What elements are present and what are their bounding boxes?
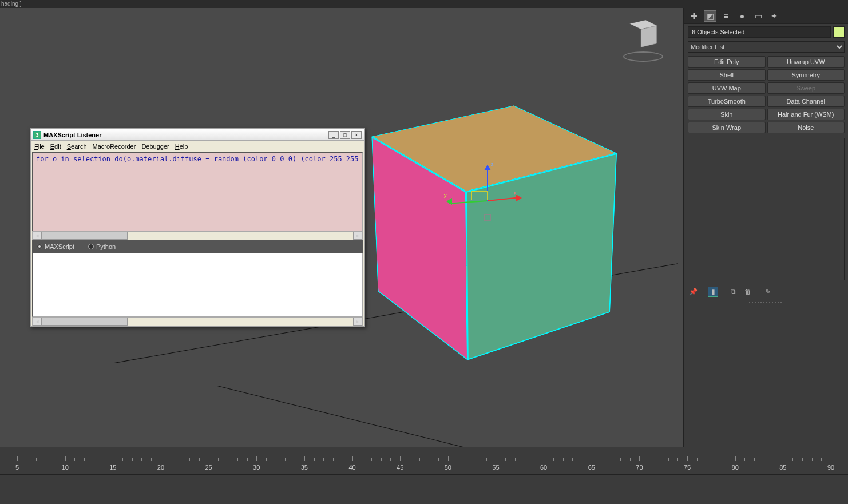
listener-minimize-button[interactable]: _: [328, 131, 339, 139]
remove-modifier-icon[interactable]: 🗑: [743, 287, 753, 297]
modifier-data-channel-button[interactable]: Data Channel: [767, 96, 845, 107]
viewcube[interactable]: [620, 19, 666, 65]
timeline-tick: [74, 458, 75, 461]
tab-motion-icon[interactable]: ●: [736, 10, 748, 22]
scrollbar-thumb[interactable]: [42, 318, 128, 326]
make-unique-icon[interactable]: ⧉: [728, 287, 738, 297]
tab-display-icon[interactable]: ▭: [752, 10, 764, 22]
timeline-ruler[interactable]: 51015202530354045505560657075808590: [0, 450, 848, 475]
show-end-result-icon[interactable]: ▮: [708, 287, 718, 297]
modifier-stack[interactable]: [688, 138, 845, 280]
modifier-shell-button[interactable]: Shell: [688, 69, 766, 81]
timeline-tick: [237, 458, 238, 461]
modifier-uvw-map-button[interactable]: UVW Map: [688, 82, 766, 94]
listener-menu-search[interactable]: Search: [67, 143, 87, 150]
object-color-swatch[interactable]: [833, 26, 845, 38]
timeline-tick: [438, 458, 439, 461]
timeline-tick: [65, 456, 66, 461]
modifier-list-dropdown[interactable]: Modifier List: [688, 41, 845, 53]
timeline-tick: [400, 456, 401, 461]
scrollbar-right-arrow[interactable]: ►: [353, 232, 362, 240]
modifier-turbosmooth-button[interactable]: TurboSmooth: [688, 96, 766, 107]
gizmo-arrow-x[interactable]: [516, 195, 522, 201]
panel-drag-handle[interactable]: [684, 300, 848, 305]
maxscript-listener-window[interactable]: 3 MAXScript Listener _ □ × File Edit Sea…: [30, 128, 365, 327]
listener-menu-file[interactable]: File: [34, 143, 45, 150]
timeline-tick: [649, 458, 649, 461]
timeline-tick: [314, 458, 315, 461]
timeline-tick: [744, 458, 745, 461]
timeline-tick: [46, 458, 46, 461]
listener-lang-python[interactable]: Python: [88, 243, 116, 250]
timeline-tick: [352, 456, 353, 461]
tab-modify-icon[interactable]: ◩: [704, 10, 716, 22]
timeline-tick: [505, 458, 506, 461]
tab-create-icon[interactable]: ✚: [688, 10, 700, 22]
listener-menu-macro[interactable]: MacroRecorder: [93, 143, 136, 150]
listener-titlebar[interactable]: 3 MAXScript Listener _ □ ×: [31, 129, 364, 141]
timeline-tick: [783, 456, 783, 461]
pin-stack-icon[interactable]: 📌: [688, 287, 698, 297]
modifier-skin-wrap-button[interactable]: Skin Wrap: [688, 122, 766, 133]
listener-close-button[interactable]: ×: [351, 131, 362, 139]
timeline-tick-label: 85: [779, 464, 786, 471]
timeline-tick: [792, 458, 793, 461]
timeline-tick: [525, 458, 525, 461]
modifier-symmetry-button[interactable]: Symmetry: [767, 69, 845, 81]
listener-menubar: File Edit Search MacroRecorder Debugger …: [31, 141, 364, 152]
modifier-edit-poly-button[interactable]: Edit Poly: [688, 56, 766, 68]
timeline-tick: [141, 458, 142, 461]
modifier-noise-button[interactable]: Noise: [767, 122, 845, 133]
timeline-tick: [582, 458, 582, 461]
timeline-tick: [515, 458, 516, 461]
listener-output-scrollbar[interactable]: ◄ ►: [32, 231, 363, 240]
timeline[interactable]: 51015202530354045505560657075808590: [0, 447, 848, 504]
gizmo-center-handle[interactable]: [484, 214, 491, 221]
gizmo-arrow-z[interactable]: [484, 165, 491, 170]
gizmo-plane-xy[interactable]: [471, 191, 488, 200]
tab-utilities-icon[interactable]: ✦: [768, 10, 780, 22]
modifier-sweep-button[interactable]: Sweep: [767, 82, 845, 94]
selection-name-field[interactable]: 6 Objects Selected: [688, 26, 831, 38]
timeline-tick: [27, 458, 27, 461]
viewport-perspective[interactable]: x y z 3 MAXScript Listener: [0, 8, 684, 447]
timeline-tick: [36, 458, 37, 461]
timeline-tick: [323, 458, 324, 461]
timeline-tick-label: 70: [636, 464, 643, 471]
scrollbar-track[interactable]: [42, 318, 353, 326]
listener-menu-help[interactable]: Help: [175, 143, 188, 150]
listener-input-pane[interactable]: [32, 253, 363, 317]
scrollbar-left-arrow[interactable]: ◄: [33, 318, 42, 326]
gizmo-arrow-y[interactable]: [446, 198, 452, 205]
viewcube-face-front[interactable]: [641, 25, 657, 47]
configure-modifier-sets-icon[interactable]: ✎: [763, 287, 773, 297]
scrollbar-right-arrow[interactable]: ►: [353, 318, 362, 326]
timeline-tick-label: 80: [732, 464, 739, 471]
listener-maximize-button[interactable]: □: [340, 131, 350, 139]
timeline-tick: [276, 458, 276, 461]
modifier-skin-button[interactable]: Skin: [688, 109, 766, 120]
timeline-tick: [256, 456, 257, 461]
tab-hierarchy-icon[interactable]: ≡: [720, 10, 732, 22]
timeline-tick-label: 75: [684, 464, 691, 471]
timeline-tick: [639, 456, 640, 461]
timeline-tick: [611, 458, 611, 461]
listener-lang-maxscript[interactable]: MAXScript: [37, 243, 74, 250]
scrollbar-left-arrow[interactable]: ◄: [33, 232, 42, 240]
listener-menu-debugger[interactable]: Debugger: [141, 143, 169, 150]
viewcube-orbit-ring[interactable]: [623, 51, 663, 62]
timeline-tick: [572, 458, 573, 461]
listener-input-scrollbar[interactable]: ◄ ►: [32, 317, 363, 326]
scrollbar-thumb[interactable]: [42, 232, 128, 240]
timeline-tick-label: 35: [301, 464, 308, 471]
timeline-tick: [592, 456, 592, 461]
listener-menu-edit[interactable]: Edit: [50, 143, 61, 150]
listener-title: MAXScript Listener: [43, 132, 327, 138]
modifier-hair-fur-button[interactable]: Hair and Fur (WSM): [767, 109, 845, 120]
listener-output-pane[interactable]: for o in selection do(o.material.diffuse…: [32, 152, 363, 231]
timeline-tick: [56, 458, 56, 461]
timeline-tick: [199, 458, 200, 461]
transform-gizmo[interactable]: x y z: [488, 200, 488, 201]
scrollbar-track[interactable]: [42, 232, 353, 240]
modifier-unwrap-uvw-button[interactable]: Unwrap UVW: [767, 56, 845, 68]
